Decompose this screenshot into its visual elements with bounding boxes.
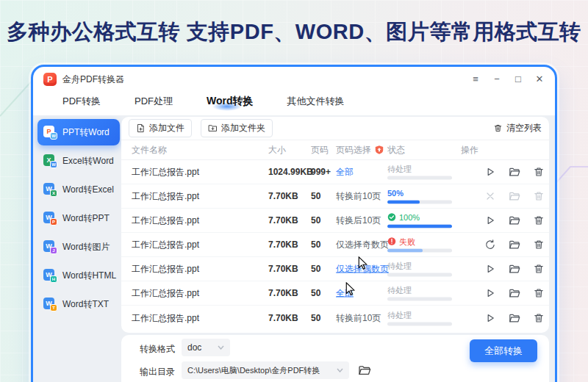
header-page-select-label: 页码选择 [336, 144, 371, 156]
page-count: 50 [311, 288, 320, 298]
delete-icon[interactable] [533, 190, 545, 202]
convert-all-button[interactable]: 全部转换 [470, 339, 537, 362]
tab-4[interactable]: 其他文件转换 [287, 95, 345, 108]
page-select-option[interactable]: 仅选择偶数页 [336, 263, 389, 275]
open-folder-icon[interactable] [509, 239, 520, 251]
trash-icon [493, 123, 503, 133]
menu-icon[interactable]: ≡ [470, 74, 481, 84]
status-text: 待处理 [387, 286, 455, 295]
status-cell: 失败 [387, 237, 455, 253]
tab-1[interactable]: PDF转换 [62, 95, 101, 108]
open-folder-icon[interactable] [509, 263, 520, 275]
play-icon[interactable] [484, 263, 496, 275]
format-select[interactable]: doc [182, 339, 230, 356]
status-cell: 待处理 [387, 310, 455, 325]
open-folder-icon[interactable] [509, 190, 520, 202]
play-icon[interactable] [484, 215, 496, 226]
sidebar-item[interactable]: WHWord转HTML [37, 262, 120, 289]
delete-icon[interactable] [533, 239, 545, 251]
folder-plus-icon [208, 123, 218, 133]
format-doc-icon: WJ [43, 240, 57, 253]
sidebar-item[interactable]: WJWord转图片 [37, 234, 120, 260]
table-header: 文件名称 大小 页码 页码选择 状态 操作 [121, 140, 549, 160]
banner-title: 多种办公格式互转 支持PDF、WORD、图片等常用格式互转 [0, 18, 588, 47]
clear-list-button[interactable]: 清空列表 [493, 122, 542, 134]
file-size: 7.70KB [268, 288, 298, 298]
row-actions [484, 312, 545, 324]
progress-bar [387, 298, 452, 301]
open-folder-icon[interactable] [509, 287, 520, 299]
sidebar-item[interactable]: WPWord转PPT [37, 205, 120, 231]
header-actions: 操作 [461, 144, 478, 156]
tab-2[interactable]: PDF处理 [135, 95, 173, 108]
delete-icon[interactable] [533, 215, 545, 226]
play-icon[interactable] [484, 312, 496, 324]
app-window: P 金舟PDF转换器 ≡ − □ ✕ PDF转换PDF处理Word转换其他文件转… [31, 65, 557, 382]
progress-bar [387, 273, 452, 277]
file-name: 工作汇总报告.ppt [132, 287, 199, 300]
format-doc-icon: XW [43, 154, 57, 167]
play-icon[interactable] [484, 166, 496, 178]
status-cell: 待处理 [387, 262, 455, 277]
delete-icon[interactable] [533, 312, 545, 324]
header-pages: 页码 [311, 144, 329, 156]
sidebar-item[interactable]: PWPPT转Word [37, 119, 120, 145]
close-icon[interactable]: ✕ [534, 74, 545, 84]
add-file-button[interactable]: 添加文件 [129, 119, 192, 137]
file-size: 7.70KB [268, 191, 298, 201]
format-doc-icon: WH [43, 269, 57, 282]
file-size: 1024.99KB [268, 167, 313, 177]
play-icon[interactable] [484, 287, 496, 299]
sidebar-item-label: Excel转Word [62, 155, 114, 167]
status-cell: 100% [387, 213, 455, 228]
chevron-down-icon [337, 368, 343, 372]
tab-3[interactable]: Word转换 [207, 95, 254, 108]
page-select-option[interactable]: 全部 [336, 166, 354, 179]
file-size: 7.70KB [268, 264, 298, 274]
delete-icon[interactable] [533, 287, 545, 299]
error-exclamation-icon [387, 237, 396, 246]
row-actions [484, 166, 545, 178]
open-folder-icon[interactable] [509, 166, 520, 178]
page-select-option[interactable]: 全部 [336, 287, 354, 300]
format-doc-icon: WT [43, 298, 57, 311]
cancel-icon[interactable] [484, 190, 496, 202]
sidebar-item[interactable]: WXWord转Excel [37, 176, 120, 203]
table-row: 工作汇总报告.ppt7.70KB50转换前10页待处理 [121, 306, 549, 330]
main-tabs: PDF转换PDF处理Word转换其他文件转换 [33, 89, 555, 114]
table-row: 工作汇总报告.ppt7.70KB50转换前10页50% [121, 184, 549, 209]
browse-folder-icon[interactable] [358, 364, 371, 377]
page-select-option: 仅选择奇数页 [336, 239, 389, 251]
sidebar-item-label: Word转TXT [62, 298, 109, 311]
output-path-select[interactable]: C:\Users\电脑\Desktop\金舟PDF转换 [182, 361, 349, 379]
open-folder-icon[interactable] [509, 215, 520, 226]
add-file-label: 添加文件 [149, 122, 184, 134]
delete-icon[interactable] [533, 166, 545, 178]
sidebar-item[interactable]: XWExcel转Word [37, 148, 120, 174]
progress-bar [387, 201, 452, 204]
maximize-icon[interactable]: □ [513, 74, 523, 84]
table-row: 工作汇总报告.ppt7.70KB50仅选择奇数页失败 [121, 233, 549, 257]
row-actions [484, 239, 545, 251]
app-logo-icon: P [43, 73, 57, 86]
table-row: 工作汇总报告.ppt7.70KB50全部待处理 [121, 281, 549, 306]
file-name: 工作汇总报告.ppt [132, 263, 199, 275]
retry-icon[interactable] [484, 239, 496, 251]
chevron-down-icon [218, 345, 224, 350]
page-select-option: 转换后10页 [336, 215, 381, 227]
add-folder-button[interactable]: 添加文件夹 [201, 119, 273, 137]
sidebar-item[interactable]: WTWord转TXT [37, 291, 120, 317]
delete-icon[interactable] [533, 263, 545, 275]
success-check-icon [387, 213, 396, 222]
open-folder-icon[interactable] [509, 312, 520, 324]
minimize-icon[interactable]: − [492, 74, 502, 84]
row-actions [484, 287, 545, 299]
file-size: 7.70KB [268, 215, 298, 226]
page-count: 50 [311, 264, 320, 274]
header-file-name: 文件名称 [132, 144, 167, 156]
output-label: 输出目录 [140, 366, 175, 378]
format-doc-icon: WP [43, 212, 57, 225]
header-page-select: 页码选择 [336, 144, 384, 156]
row-actions [484, 190, 545, 202]
page-count: 50 [311, 215, 320, 226]
